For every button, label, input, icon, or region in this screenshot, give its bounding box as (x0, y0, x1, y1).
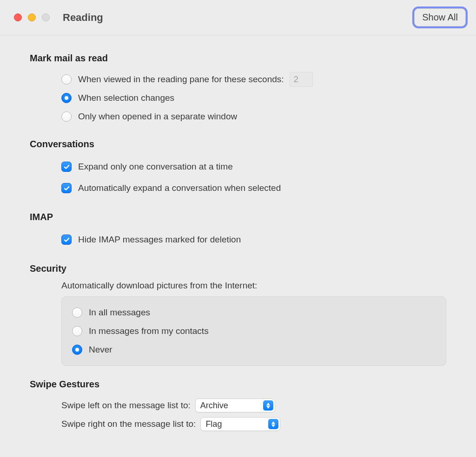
download-option-all[interactable]: In all messages (72, 303, 436, 322)
seconds-field[interactable]: 2 (290, 72, 313, 87)
conversations-group: Expand only one conversation at a time A… (30, 156, 446, 199)
radio-button-icon[interactable] (72, 307, 82, 318)
section-heading-mark-read: Mark mail as read (30, 53, 446, 64)
window-controls (14, 13, 50, 21)
checkbox-checked-icon[interactable] (61, 183, 72, 193)
section-heading-security: Security (30, 263, 446, 274)
option-label: When viewed in the reading pane for thes… (78, 74, 284, 85)
radio-button-icon[interactable] (72, 326, 82, 336)
select-value: Flag (205, 419, 222, 429)
zoom-window-icon[interactable] (42, 13, 50, 21)
titlebar: Reading Show All (0, 0, 476, 35)
option-label: Automatically expand a conversation when… (78, 183, 281, 193)
radio-button-icon[interactable] (61, 111, 72, 122)
checkbox-checked-icon[interactable] (61, 235, 72, 245)
option-label: Expand only one conversation at a time (78, 162, 233, 172)
updown-stepper-icon[interactable] (263, 400, 273, 411)
swipe-left-select[interactable]: Archive (195, 398, 275, 412)
minimize-window-icon[interactable] (28, 13, 36, 21)
swipe-right-row: Swipe right on the message list to: Flag (30, 415, 446, 433)
swipe-left-row: Swipe left on the message list to: Archi… (30, 396, 446, 415)
swipe-right-select[interactable]: Flag (200, 417, 280, 431)
radio-button-selected-icon[interactable] (72, 345, 82, 355)
swipe-right-label: Swipe right on the message list to: (61, 419, 196, 429)
option-label: Hide IMAP messages marked for deletion (78, 235, 241, 245)
mark-read-option-selection[interactable]: When selection changes (61, 89, 446, 107)
mark-read-option-separate[interactable]: Only when opened in a separate window (61, 107, 446, 126)
conversations-expand-one[interactable]: Expand only one conversation at a time (61, 156, 446, 177)
option-label: Only when opened in a separate window (78, 111, 237, 122)
download-pictures-panel: In all messages In messages from my cont… (61, 296, 446, 366)
radio-button-icon[interactable] (61, 74, 72, 85)
close-window-icon[interactable] (14, 13, 22, 21)
conversations-auto-expand[interactable]: Automatically expand a conversation when… (61, 177, 446, 199)
mark-read-group: When viewed in the reading pane for thes… (30, 70, 446, 126)
content-area: Mark mail as read When viewed in the rea… (0, 35, 476, 457)
mark-read-option-viewed[interactable]: When viewed in the reading pane for thes… (61, 70, 446, 89)
window-title: Reading (63, 12, 103, 24)
checkbox-checked-icon[interactable] (61, 162, 72, 172)
radio-button-selected-icon[interactable] (61, 93, 72, 103)
swipe-left-label: Swipe left on the message list to: (61, 400, 191, 411)
option-label: Never (89, 345, 112, 355)
section-heading-swipe: Swipe Gestures (30, 379, 446, 390)
select-value: Archive (200, 401, 228, 411)
option-label: In messages from my contacts (89, 326, 209, 336)
security-download-label: Automatically download pictures from the… (30, 281, 446, 291)
option-label: When selection changes (78, 93, 174, 103)
imap-hide-deleted[interactable]: Hide IMAP messages marked for deletion (61, 229, 446, 250)
download-option-contacts[interactable]: In messages from my contacts (72, 322, 436, 340)
download-option-never[interactable]: Never (72, 340, 436, 359)
imap-group: Hide IMAP messages marked for deletion (30, 229, 446, 250)
preferences-window: Reading Show All Mark mail as read When … (0, 0, 476, 457)
show-all-button[interactable]: Show All (414, 8, 466, 26)
option-label: In all messages (89, 307, 150, 318)
updown-stepper-icon[interactable] (268, 419, 278, 429)
section-heading-imap: IMAP (30, 212, 446, 222)
section-heading-conversations: Conversations (30, 139, 446, 150)
